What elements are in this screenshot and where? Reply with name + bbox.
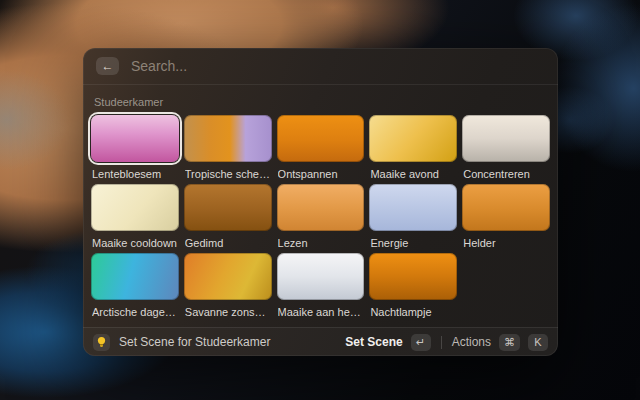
scene-item[interactable]: Savanne zonsondergang	[184, 253, 272, 318]
footer-divider	[441, 336, 442, 349]
actions-button[interactable]: Actions	[452, 335, 491, 349]
scene-card[interactable]	[462, 184, 550, 231]
search-bar: ←	[83, 48, 558, 84]
scene-label: Energie	[370, 237, 456, 249]
lightbulb-icon	[93, 334, 110, 351]
scene-label: Maaike avond	[370, 168, 456, 180]
scene-card[interactable]	[184, 115, 272, 162]
scene-item[interactable]: Lezen	[277, 184, 365, 249]
scene-item[interactable]: Ontspannen	[277, 115, 365, 180]
scene-label: Savanne zonsondergang	[185, 306, 271, 318]
scene-item[interactable]: Maaike avond	[369, 115, 457, 180]
scene-item[interactable]: Helder	[462, 184, 550, 249]
scene-item[interactable]: Energie	[369, 184, 457, 249]
scene-label: Arctische dageraad	[92, 306, 178, 318]
scene-card[interactable]	[91, 184, 179, 231]
footer-status: Set Scene for Studeerkamer	[119, 335, 336, 349]
scene-item[interactable]: Maaike aan het werk	[277, 253, 365, 318]
scene-item[interactable]: Nachtlampje	[369, 253, 457, 318]
scene-list: Studeerkamer LentebloesemTropische schem…	[83, 85, 558, 318]
scene-label: Nachtlampje	[370, 306, 456, 318]
arrow-left-icon: ←	[102, 60, 114, 72]
scene-label: Concentreren	[463, 168, 549, 180]
scene-card-selected[interactable]	[91, 115, 179, 162]
scene-item[interactable]: Arctische dageraad	[91, 253, 179, 318]
scene-item[interactable]: Maaike cooldown	[91, 184, 179, 249]
scene-label: Helder	[463, 237, 549, 249]
scene-card[interactable]	[184, 184, 272, 231]
section-title: Studeerkamer	[94, 96, 550, 108]
search-input[interactable]	[129, 57, 545, 75]
scene-label: Ontspannen	[278, 168, 364, 180]
scene-card[interactable]	[277, 253, 365, 300]
footer-bar: Set Scene for Studeerkamer Set Scene ↵ A…	[83, 327, 558, 356]
scene-item[interactable]: Tropische schemering	[184, 115, 272, 180]
scene-card[interactable]	[369, 184, 457, 231]
scene-label: Maaike cooldown	[92, 237, 178, 249]
back-button[interactable]: ←	[96, 57, 119, 75]
scene-item[interactable]: Gedimd	[184, 184, 272, 249]
k-key-badge: K	[528, 334, 548, 351]
return-key-badge: ↵	[411, 334, 431, 351]
scene-card[interactable]	[184, 253, 272, 300]
scene-card[interactable]	[91, 253, 179, 300]
scene-label: Lentebloesem	[92, 168, 178, 180]
scene-item[interactable]: Lentebloesem	[91, 115, 179, 180]
scene-card[interactable]	[369, 253, 457, 300]
scene-item[interactable]: Concentreren	[462, 115, 550, 180]
footer-actions: Set Scene ↵ Actions ⌘ K	[345, 334, 548, 351]
scene-label: Gedimd	[185, 237, 271, 249]
scene-grid: LentebloesemTropische schemeringOntspann…	[91, 115, 550, 318]
set-scene-button[interactable]: Set Scene	[345, 335, 402, 349]
scene-card[interactable]	[277, 115, 365, 162]
scene-label: Tropische schemering	[185, 168, 271, 180]
cmd-key-badge: ⌘	[499, 334, 520, 351]
launcher-window: ← Studeerkamer LentebloesemTropische sch…	[83, 48, 558, 356]
scene-card[interactable]	[277, 184, 365, 231]
scene-card[interactable]	[369, 115, 457, 162]
scene-card[interactable]	[462, 115, 550, 162]
scene-label: Lezen	[278, 237, 364, 249]
scene-label: Maaike aan het werk	[278, 306, 364, 318]
